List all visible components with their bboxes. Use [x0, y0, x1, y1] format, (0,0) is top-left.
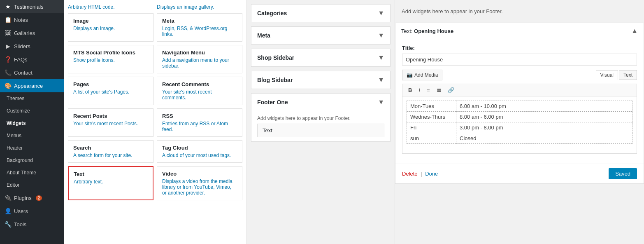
sliders-icon: ▶: [4, 43, 12, 49]
widget-card-text[interactable]: TextArbitrary text.: [68, 166, 153, 200]
widget-edit-body: Title: 📷 Add Media Visual Text B I ≡: [395, 39, 644, 160]
done-link[interactable]: Done: [425, 171, 438, 177]
schedule-day: Fri: [407, 122, 456, 133]
area-shop-header[interactable]: Shop Sidebar ▼: [251, 49, 390, 66]
sidebar-areas-panel: Categories ▼ Meta ▼ Shop Sidebar ▼ Blog …: [247, 0, 395, 244]
widget-desc-image: Displays an image.: [73, 26, 148, 31]
add-media-button[interactable]: 📷 Add Media: [402, 70, 442, 80]
unordered-list-button[interactable]: ≡: [424, 86, 432, 94]
tab-text[interactable]: Text: [619, 70, 637, 80]
widget-desc-meta: Login, RSS, & WordPress.org links.: [162, 26, 237, 37]
users-icon: 👤: [4, 208, 12, 214]
visual-text-tabs: Visual Text: [596, 70, 637, 80]
schedule-hours: 3.00 pm - 8.00 pm: [456, 122, 632, 133]
sidebar-item-customize[interactable]: Customize: [0, 105, 64, 117]
widget-desc-mts-social: Show profile icons.: [73, 57, 148, 63]
widget-desc-rss: Entries from any RSS or Atom feed.: [162, 121, 237, 132]
area-shop-sidebar: Shop Sidebar ▼: [251, 49, 391, 67]
area-meta-header[interactable]: Meta ▼: [251, 27, 390, 44]
widget-card-nav-menu[interactable]: Navigation MenuAdd a navigation menu to …: [157, 45, 242, 73]
sidebar-item-plugins[interactable]: 🔌 Plugins 2: [0, 191, 64, 204]
area-blog-label: Blog Sidebar: [257, 77, 293, 83]
link-separator: |: [421, 171, 422, 177]
tools-icon: 🔧: [4, 221, 12, 228]
sidebar-item-faqs[interactable]: ❓ FAQs: [0, 53, 64, 66]
sidebar-item-menus[interactable]: Menus: [0, 129, 64, 142]
footer-text-widget[interactable]: Text: [257, 124, 384, 137]
widget-card-pages[interactable]: PagesA list of your site's Pages.: [68, 77, 153, 105]
schedule-table: Mon-Tues6.00 am - 10.00 pmWednes-Thurs8.…: [407, 101, 632, 144]
widget-name-rss: RSS: [162, 113, 237, 119]
widget-card-mts-social[interactable]: MTS Social Profile IconsShow profile ico…: [68, 45, 153, 73]
delete-link[interactable]: Delete: [402, 171, 418, 177]
notes-icon: 📋: [4, 16, 12, 23]
widget-card-rss[interactable]: RSSEntries from any RSS or Atom feed.: [157, 108, 242, 137]
widget-card-image[interactable]: ImageDisplays an image.: [68, 13, 153, 42]
widget-name-pages: Pages: [73, 81, 148, 87]
widget-desc-nav-menu: Add a navigation menu to your sidebar.: [162, 57, 237, 69]
sidebar-item-about-theme[interactable]: About Theme: [0, 167, 64, 179]
widget-card-tag-cloud[interactable]: Tag CloudA cloud of your most used tags.: [157, 140, 242, 163]
sidebar-item-contact[interactable]: 📞 Contact: [0, 66, 64, 79]
sidebar-item-widgets[interactable]: Widgets: [0, 117, 64, 129]
schedule-hours: Closed: [456, 133, 632, 144]
plugins-badge: 2: [36, 195, 42, 201]
area-blog-header[interactable]: Blog Sidebar ▼: [251, 71, 390, 89]
widget-name-meta: Meta: [162, 18, 237, 24]
widget-card-search[interactable]: SearchA search form for your site.: [68, 140, 153, 163]
widget-name-mts-social: MTS Social Profile Icons: [73, 49, 148, 56]
area-meta: Meta ▼: [251, 26, 391, 45]
editor-content-area[interactable]: Mon-Tues6.00 am - 10.00 pmWednes-Thurs8.…: [402, 96, 637, 154]
widget-desc-tag-cloud: A cloud of your most used tags.: [162, 152, 237, 158]
sidebar-item-sliders[interactable]: ▶ Sliders: [0, 40, 64, 53]
sidebar-item-testimonials[interactable]: ★ Testimonials: [0, 0, 64, 13]
chevron-down-icon-blog: ▼: [378, 76, 384, 84]
widget-desc-recent-comments: Your site's most recent comments.: [162, 89, 237, 101]
media-toolbar-row: 📷 Add Media Visual Text: [402, 70, 637, 80]
sidebar-item-appearance[interactable]: 🎨 Appearance: [0, 79, 64, 92]
editor-toolbar: B I ≡ ≣ 🔗: [402, 84, 637, 96]
chevron-down-icon-shop: ▼: [378, 54, 384, 61]
title-input[interactable]: [402, 54, 637, 66]
chevron-down-icon-meta: ▼: [378, 32, 384, 39]
chevron-down-icon: ▼: [378, 9, 384, 17]
bold-button[interactable]: B: [406, 86, 414, 94]
sidebar-item-users[interactable]: 👤 Users: [0, 204, 64, 218]
widget-name-search: Search: [73, 145, 148, 151]
area-categories: Categories ▼: [251, 4, 391, 22]
sidebar-item-editor[interactable]: Editor: [0, 179, 64, 191]
contact-icon: 📞: [4, 69, 12, 76]
schedule-day: Wednes-Thurs: [407, 112, 456, 122]
sidebar-item-background[interactable]: Background: [0, 154, 64, 167]
delete-done-links: Delete | Done: [402, 171, 438, 177]
sidebar: ★ Testimonials 📋 Notes 🖼 Gallaries ▶ Sli…: [0, 0, 64, 244]
area-categories-label: Categories: [257, 10, 287, 16]
link-button[interactable]: 🔗: [445, 86, 457, 94]
widget-card-recent-posts[interactable]: Recent PostsYour site's most recent Post…: [68, 108, 153, 137]
widget-desc-recent-posts: Your site's most recent Posts.: [73, 121, 148, 127]
sidebar-item-notes[interactable]: 📋 Notes: [0, 13, 64, 26]
widget-card-video[interactable]: VideoDisplays a video from the media lib…: [157, 166, 242, 200]
tab-visual[interactable]: Visual: [596, 70, 618, 80]
sidebar-item-themes[interactable]: Themes: [0, 92, 64, 105]
schedule-day: sun: [407, 133, 456, 144]
area-categories-header[interactable]: Categories ▼: [251, 5, 390, 22]
area-footer-one: Footer One ▼ Add widgets here to appear …: [251, 93, 391, 142]
testimonials-icon: ★: [4, 3, 12, 10]
image-gallery-desc: Displays an image gallery.: [157, 4, 242, 10]
widget-grid: ImageDisplays an image.MetaLogin, RSS, &…: [68, 13, 242, 200]
italic-button[interactable]: I: [416, 86, 423, 94]
area-footer-header[interactable]: Footer One ▼: [251, 94, 390, 111]
sidebar-item-galleries[interactable]: 🖼 Gallaries: [0, 26, 64, 40]
sidebar-item-tools[interactable]: 🔧 Tools: [0, 218, 64, 231]
widget-name-text: Text: [74, 171, 148, 177]
widget-card-recent-comments[interactable]: Recent CommentsYour site's most recent c…: [157, 77, 242, 105]
sidebar-item-header[interactable]: Header: [0, 142, 64, 154]
widget-edit-header[interactable]: Text: Opening House ▲: [395, 23, 644, 39]
ordered-list-button[interactable]: ≣: [434, 86, 444, 94]
area-footer-label: Footer One: [257, 99, 288, 106]
saved-button[interactable]: Saved: [609, 168, 637, 179]
area-shop-label: Shop Sidebar: [257, 54, 294, 61]
widget-name-recent-comments: Recent Comments: [162, 81, 237, 87]
widget-card-meta[interactable]: MetaLogin, RSS, & WordPress.org links.: [157, 13, 242, 42]
